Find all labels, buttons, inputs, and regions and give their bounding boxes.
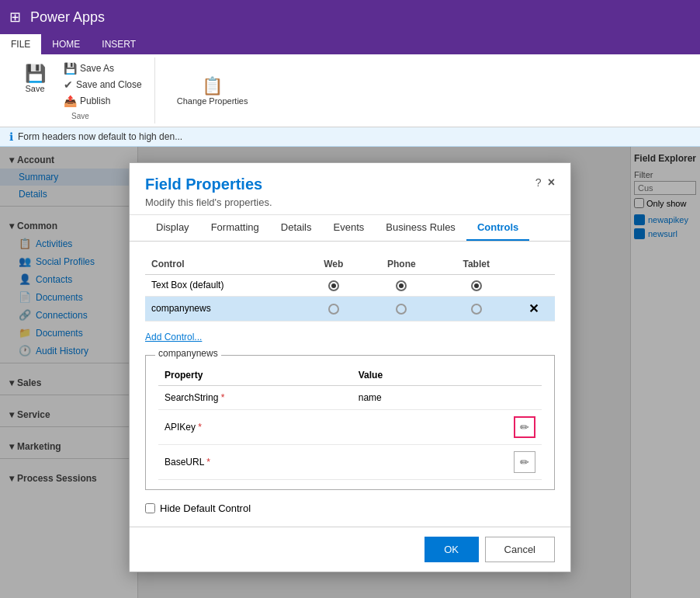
prop-name-searchstring: SearchString * [158,385,352,409]
dialog-header-actions: ? × [535,176,555,189]
ribbon-tab-insert[interactable]: INSERT [91,34,147,54]
dialog-subtitle: Modify this field's properties. [145,196,272,208]
col-phone: Phone [363,254,439,275]
ribbon-group-save-label: Save [71,112,89,120]
publish-label: Publish [80,96,110,106]
radio-empty-tablet [471,304,482,315]
ribbon-group-save: 💾 Save 💾 Save As ✔ Save and Close 📤 Publ… [6,57,155,123]
prop-value-searchstring: name [352,385,451,409]
save-close-icon: ✔ [64,78,73,91]
ribbon: FILE HOME INSERT 💾 Save 💾 Save As ✔ Save… [0,34,700,127]
cancel-button[interactable]: Cancel [485,537,555,562]
change-props-icon: 📋 [202,76,223,96]
dialog-tab-controls[interactable]: Controls [466,215,529,241]
ribbon-small-buttons: 💾 Save As ✔ Save and Close 📤 Publish [61,61,145,109]
dialog-tabs: Display Formatting Details Events Busine… [130,215,570,242]
dialog-tab-business-rules[interactable]: Business Rules [375,215,466,241]
radio-empty-phone [396,304,407,315]
dialog-help-button[interactable]: ? [535,176,542,189]
companynews-section-label: companynews [155,348,221,359]
save-label: Save [25,84,44,93]
radio-tablet-companynews[interactable] [440,296,513,321]
ribbon-content: 💾 Save 💾 Save As ✔ Save and Close 📤 Publ… [0,54,700,127]
radio-web-textbox[interactable] [303,275,363,297]
radio-web-companynews[interactable] [303,296,363,321]
prop-name-baseurl: BaseURL * [158,444,352,479]
dialog-header: Field Properties Modify this field's pro… [130,163,570,215]
dialog-body: Control Web Phone Tablet Text Box (defau… [130,242,570,527]
radio-phone-companynews[interactable] [363,296,439,321]
top-bar: ⊞ Power Apps [0,0,700,34]
prop-value-apikey [352,409,451,444]
dialog-tab-display[interactable]: Display [145,215,200,241]
prop-row-apikey: APIKey * ✏ [158,409,542,444]
save-close-label: Save and Close [76,79,142,90]
main-layout: ▾ Account Summary Details ▾ Common 📋 Act… [0,147,700,598]
dialog-tab-formatting[interactable]: Formatting [200,215,270,241]
dialog-title-area: Field Properties Modify this field's pro… [145,176,272,208]
change-properties-button[interactable]: 📋 Change Properties [171,73,255,109]
control-name-companynews: companynews [145,296,303,321]
radio-empty-web [328,304,339,315]
info-bar: ℹ Form headers now default to high den..… [0,127,700,147]
ok-button[interactable]: OK [425,537,479,562]
edit-cell-apikey: ✏ [450,409,542,444]
publish-button[interactable]: 📤 Publish [61,93,145,109]
dialog-close-button[interactable]: × [548,176,555,189]
app-title: Power Apps [30,9,105,26]
edit-cell-baseurl: ✏ [450,444,542,479]
radio-dot-web-textbox [328,280,339,291]
required-mark-apikey: * [196,422,202,433]
prop-value-baseurl [352,444,451,479]
save-as-button[interactable]: 💾 Save As [61,61,145,76]
delete-cell[interactable]: ✕ [513,296,555,321]
hide-default-checkbox[interactable] [145,503,155,513]
ribbon-group-properties: 📋 Change Properties [161,57,264,123]
radio-dot-phone-textbox [396,280,407,291]
companynews-section: companynews Property Value [145,355,555,490]
add-control-link[interactable]: Add Control... [145,332,202,342]
save-as-icon: 💾 [64,62,77,75]
dialog-footer: OK Cancel [130,527,570,572]
col-control: Control [145,254,303,275]
radio-phone-textbox[interactable] [363,275,439,297]
prop-row-searchstring: SearchString * name [158,385,542,409]
grid-icon[interactable]: ⊞ [9,9,21,26]
dialog-tab-details[interactable]: Details [270,215,323,241]
edit-button-apikey[interactable]: ✏ [514,416,535,438]
dialog-tab-events[interactable]: Events [323,215,376,241]
controls-table: Control Web Phone Tablet Text Box (defau… [145,254,555,322]
save-as-label: Save As [80,63,114,74]
info-icon: ℹ [9,130,13,143]
radio-dot-tablet-textbox [471,280,482,291]
prop-col-value: Value [352,365,451,386]
change-props-label: Change Properties [177,96,248,106]
dialog-title: Field Properties [145,176,272,193]
control-name-textbox: Text Box (default) [145,275,303,297]
ribbon-tabs: FILE HOME INSERT [0,34,700,54]
publish-icon: 📤 [64,95,77,107]
modal-overlay: Field Properties Modify this field's pro… [0,147,700,598]
save-button[interactable]: 💾 Save [16,61,54,109]
required-mark-baseurl: * [204,457,210,468]
save-close-button[interactable]: ✔ Save and Close [61,77,145,92]
prop-row-baseurl: BaseURL * ✏ [158,444,542,479]
ribbon-tab-home[interactable]: HOME [41,34,91,54]
table-row[interactable]: companynews ✕ [145,296,555,321]
radio-tablet-textbox[interactable] [440,275,513,297]
edit-button-baseurl[interactable]: ✏ [514,451,535,473]
properties-table: Property Value SearchString * name [158,365,542,480]
col-web: Web [303,254,363,275]
col-tablet: Tablet [440,254,513,275]
field-properties-dialog: Field Properties Modify this field's pro… [129,162,571,572]
hide-default-row: Hide Default Control [145,502,555,514]
save-icon: 💾 [25,64,46,84]
hide-default-label: Hide Default Control [160,502,251,514]
ribbon-tab-file[interactable]: FILE [0,34,41,54]
prop-name-apikey: APIKey * [158,409,352,444]
required-mark-searchstring: * [218,392,224,403]
info-message: Form headers now default to high den... [18,131,182,142]
prop-col-property: Property [158,365,352,386]
table-row[interactable]: Text Box (default) [145,275,555,297]
